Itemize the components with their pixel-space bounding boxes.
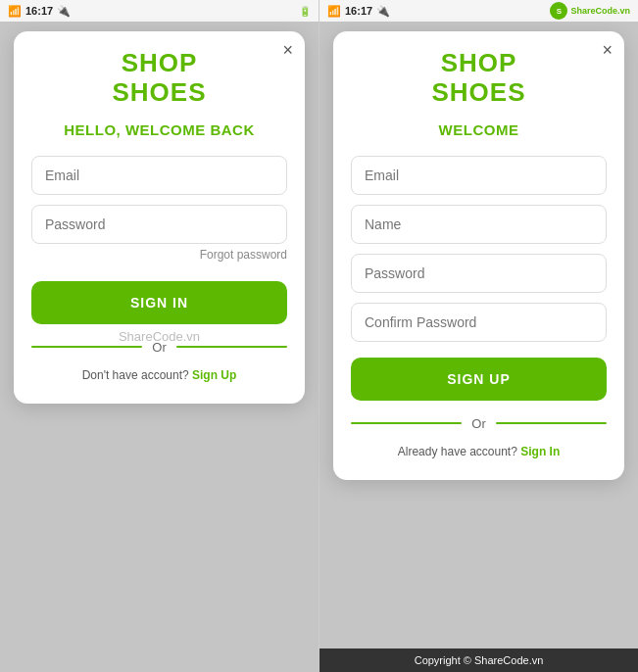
bottom-link-left: Don't have account? Sign Up xyxy=(31,368,287,382)
forgot-password-link[interactable]: Forgot password xyxy=(31,248,287,262)
signal-icon-right: 📶 xyxy=(327,5,341,18)
signin-link[interactable]: Sign In xyxy=(520,445,560,458)
signup-modal: × SHOP SHOES WELCOME SIGN UP Or xyxy=(333,31,624,480)
status-bar-left: 📶 16:17 🔌 🔋 xyxy=(0,0,319,22)
bottom-link-right: Already have account? Sign In xyxy=(351,445,607,458)
email-input-right[interactable] xyxy=(351,156,607,195)
or-line-right1 xyxy=(351,422,462,424)
or-line-left2 xyxy=(176,346,287,348)
bottom-text-left: Don't have account? xyxy=(82,368,189,382)
name-input[interactable] xyxy=(351,205,607,244)
signup-link[interactable]: Sign Up xyxy=(192,368,236,382)
email-input[interactable] xyxy=(31,156,287,195)
welcome-text-left: HELLO, WELCOME BACK xyxy=(31,121,287,138)
signal-icon: 📶 xyxy=(8,5,22,18)
battery-icon: 🔋 xyxy=(299,6,311,17)
app-title-left: SHOP SHOES xyxy=(31,49,287,108)
app-container: 📶 16:17 🔌 🔋 × SHOP SHOES HELLO, WELCOME … xyxy=(0,0,638,672)
left-panel: 📶 16:17 🔌 🔋 × SHOP SHOES HELLO, WELCOME … xyxy=(0,0,319,672)
copyright-bar: Copyright © ShareCode.vn xyxy=(319,648,638,672)
welcome-text-right: WELCOME xyxy=(351,121,607,138)
sharecode-logo: S ShareCode.vn xyxy=(550,2,630,20)
or-line-right2 xyxy=(496,422,607,424)
wifi-icon: 🔌 xyxy=(57,5,71,18)
or-divider-left: Or xyxy=(31,340,287,355)
close-button[interactable]: × xyxy=(282,41,293,59)
confirm-password-input[interactable] xyxy=(351,303,607,342)
status-right: 🔋 xyxy=(299,6,311,17)
logo-circle: S xyxy=(550,2,567,20)
logo-text: ShareCode.vn xyxy=(570,6,630,16)
time-display: 16:17 xyxy=(25,5,53,17)
app-title-right: SHOP SHOES xyxy=(351,49,607,108)
status-bar-right: 📶 16:17 🔌 S ShareCode.vn xyxy=(319,0,638,22)
time-display-right: 16:17 xyxy=(345,5,372,17)
right-panel: 📶 16:17 🔌 S ShareCode.vn × SHOP SHOES WE… xyxy=(319,0,638,672)
status-left: 📶 16:17 🔌 xyxy=(8,5,71,18)
title-line1-right: SHOP xyxy=(351,49,607,78)
password-input[interactable] xyxy=(31,205,287,244)
or-divider-right: Or xyxy=(351,416,607,431)
title-line2-left: SHOES xyxy=(31,78,287,108)
signin-modal: × SHOP SHOES HELLO, WELCOME BACK Forgot … xyxy=(14,31,305,404)
title-line1-left: SHOP xyxy=(31,49,287,78)
modal-overlay-left: × SHOP SHOES HELLO, WELCOME BACK Forgot … xyxy=(0,22,319,672)
status-left-right: 📶 16:17 🔌 xyxy=(327,5,390,18)
sign-in-button[interactable]: SIGN IN xyxy=(31,281,287,324)
or-line-left1 xyxy=(31,346,142,348)
bottom-text-right: Already have account? xyxy=(398,445,517,458)
sign-up-button[interactable]: SIGN UP xyxy=(351,358,607,401)
or-text-left: Or xyxy=(152,340,166,355)
wifi-icon-right: 🔌 xyxy=(376,5,390,18)
title-line2-right: SHOES xyxy=(351,78,607,108)
close-button-right[interactable]: × xyxy=(602,41,613,59)
password-input-right[interactable] xyxy=(351,254,607,293)
or-text-right: Or xyxy=(471,416,485,431)
modal-overlay-right: × SHOP SHOES WELCOME SIGN UP Or xyxy=(319,22,638,672)
